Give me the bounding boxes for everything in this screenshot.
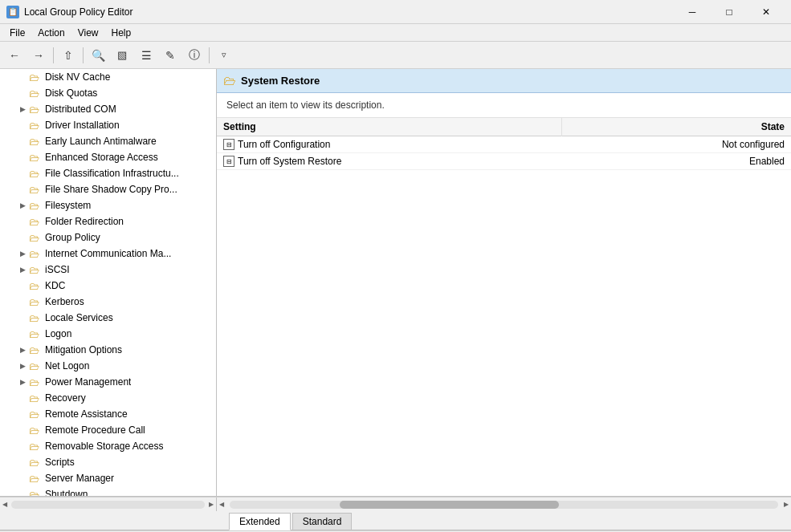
menu-file[interactable]: File xyxy=(3,26,31,40)
setting-cell: ⊟ Turn off System Restore xyxy=(217,153,561,170)
close-button[interactable]: ✕ xyxy=(748,0,785,24)
table-header-row: Setting State xyxy=(217,118,791,136)
tree-item-folderredirection[interactable]: 🗁 Folder Redirection xyxy=(0,213,216,229)
tree-item-label: Remote Procedure Call xyxy=(45,424,145,436)
tree-item-fileshadow[interactable]: 🗁 File Share Shadow Copy Pro... xyxy=(0,181,216,197)
up-button[interactable]: ⇧ xyxy=(57,45,80,66)
tree-item-label: Distributed COM xyxy=(45,104,116,115)
tree-item-label: Mitigation Options xyxy=(45,344,122,355)
expand-icon xyxy=(16,408,29,420)
tree-item-netlogon[interactable]: ▶ 🗁 Net Logon xyxy=(0,358,216,374)
folder-icon: 🗁 xyxy=(29,344,42,355)
toolbar-separator-1 xyxy=(53,47,54,63)
expand-icon xyxy=(16,440,29,453)
scroll-left-arrow[interactable]: ◀ xyxy=(0,499,10,510)
tree-item-fileclassification[interactable]: 🗁 File Classification Infrastructu... xyxy=(0,165,216,181)
tab-standard[interactable]: Standard xyxy=(292,513,353,530)
table-row[interactable]: ⊟ Turn off Configuration Not configured xyxy=(217,136,791,153)
tree-item-label: Kerberos xyxy=(45,296,84,307)
minimize-button[interactable]: ─ xyxy=(674,0,711,24)
forward-button[interactable]: → xyxy=(27,45,50,66)
menu-action[interactable]: Action xyxy=(31,26,71,40)
folder-icon: 🗁 xyxy=(29,216,42,227)
view-button[interactable]: ☰ xyxy=(135,45,157,66)
help-button[interactable]: ⓘ xyxy=(183,45,206,66)
tree-item-distributedcom[interactable]: ▶ 🗁 Distributed COM xyxy=(0,101,216,117)
show-hide-button[interactable]: 🔍 xyxy=(87,45,109,66)
tree-item-grouppolicy[interactable]: 🗁 Group Policy xyxy=(0,229,216,246)
tree-item-mitigationoptions[interactable]: ▶ 🗁 Mitigation Options xyxy=(0,342,216,358)
expand-icon xyxy=(16,488,29,496)
scroll-left-arrow-2[interactable]: ◀ xyxy=(217,499,226,510)
left-scroll-track[interactable] xyxy=(11,501,205,509)
tree-item-label: Locale Services xyxy=(45,312,113,323)
menu-view[interactable]: View xyxy=(71,26,105,40)
toolbar-separator-2 xyxy=(83,47,84,63)
setting-name: Turn off System Restore xyxy=(238,156,341,167)
tree-item-diskquotas[interactable]: 🗁 Disk Quotas xyxy=(0,85,216,101)
tree-item-driverinstallation[interactable]: 🗁 Driver Installation xyxy=(0,117,216,133)
tree-item-servermanager[interactable]: 🗁 Server Manager xyxy=(0,470,216,486)
tree-item-powermanagement[interactable]: ▶ 🗁 Power Management xyxy=(0,374,216,390)
tree-item-internetcomm[interactable]: ▶ 🗁 Internet Communication Ma... xyxy=(0,246,216,262)
tree-item-label: Filesystem xyxy=(45,200,91,211)
back-button[interactable]: ← xyxy=(3,45,26,66)
tree-item-shutdown[interactable]: 🗁 Shutdown xyxy=(0,486,216,496)
table-row[interactable]: ⊟ Turn off System Restore Enabled xyxy=(217,153,791,170)
tree-item-removablestorage[interactable]: 🗁 Removable Storage Access xyxy=(0,438,216,454)
tree-item-recovery[interactable]: 🗁 Recovery xyxy=(0,390,216,406)
tree-item-label: Power Management xyxy=(45,376,131,388)
folder-icon: 🗁 xyxy=(29,71,42,83)
tree-item-iscsi[interactable]: ▶ 🗁 iSCSI xyxy=(0,262,216,278)
state-cell: Enabled xyxy=(561,153,791,170)
expand-icon xyxy=(16,311,29,324)
left-scroll: ◀ ▶ xyxy=(0,497,217,511)
folder-header-icon: 🗁 xyxy=(223,74,236,88)
tree-item-disknvcache[interactable]: 🗁 Disk NV Cache xyxy=(0,69,216,85)
tree-item-label: File Share Shadow Copy Pro... xyxy=(45,184,177,195)
filter2-button[interactable]: ▿ xyxy=(213,45,235,66)
setting-icon: ⊟ xyxy=(223,139,234,150)
maximize-button[interactable]: □ xyxy=(711,0,748,24)
expand-icon xyxy=(16,151,29,164)
folder-icon: 🗁 xyxy=(29,200,42,211)
folder-icon: 🗁 xyxy=(29,264,42,275)
tree-item-label: Driver Installation xyxy=(45,120,120,131)
scroll-right-arrow-2[interactable]: ▶ xyxy=(781,499,791,510)
menu-help[interactable]: Help xyxy=(105,26,138,40)
tree-item-kerberos[interactable]: 🗁 Kerberos xyxy=(0,294,216,310)
window-controls: ─ □ ✕ xyxy=(674,0,785,24)
column-state: State xyxy=(561,118,791,136)
expand-icon xyxy=(16,135,29,148)
tree-item-localeservices[interactable]: 🗁 Locale Services xyxy=(0,310,216,326)
main-area: 🗁 Disk NV Cache 🗁 Disk Quotas ▶ 🗁 Distri… xyxy=(0,69,791,497)
tree-item-label: Recovery xyxy=(45,392,86,404)
right-scroll-track[interactable] xyxy=(230,501,778,509)
tree-item-label: Group Policy xyxy=(45,232,100,243)
folder-icon: 🗁 xyxy=(29,312,42,323)
tree-item-scripts[interactable]: 🗁 Scripts xyxy=(0,454,216,470)
tree-item-remoteassistance[interactable]: 🗁 Remote Assistance xyxy=(0,406,216,422)
properties-button[interactable]: ✎ xyxy=(159,45,181,66)
window-title: Local Group Policy Editor xyxy=(24,6,133,18)
expand-icon xyxy=(16,215,29,228)
expand-icon xyxy=(16,327,29,340)
filter-button[interactable]: ▧ xyxy=(111,45,133,66)
folder-icon: 🗁 xyxy=(29,280,42,291)
settings-table: Setting State ⊟ Turn off Configuration N… xyxy=(217,118,791,170)
tree-item-label: Internet Communication Ma... xyxy=(45,248,171,259)
tree-item-remoteprocedure[interactable]: 🗁 Remote Procedure Call xyxy=(0,422,216,438)
tree-item-kdc[interactable]: 🗁 KDC xyxy=(0,278,216,294)
folder-icon: 🗁 xyxy=(29,392,42,404)
tree-item-earlylaunch[interactable]: 🗁 Early Launch Antimalware xyxy=(0,133,216,149)
tree-item-enhancedstorage[interactable]: 🗁 Enhanced Storage Access xyxy=(0,149,216,165)
tree-item-label: Scripts xyxy=(45,457,75,468)
tree-item-label: Folder Redirection xyxy=(45,216,124,227)
tree-item-filesystem[interactable]: ▶ 🗁 Filesystem xyxy=(0,197,216,213)
scroll-right-arrow[interactable]: ▶ xyxy=(206,499,216,510)
folder-icon: 🗁 xyxy=(29,232,42,243)
expand-icon: ▶ xyxy=(16,199,29,212)
tree-item-label: Removable Storage Access xyxy=(45,441,163,452)
tree-item-logon[interactable]: 🗁 Logon xyxy=(0,326,216,342)
tab-extended[interactable]: Extended xyxy=(229,513,291,530)
